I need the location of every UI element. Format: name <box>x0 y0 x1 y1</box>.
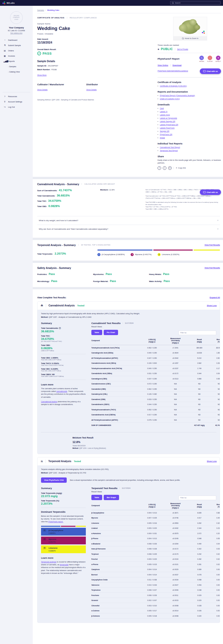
sample-id-value: 241234P007 <box>48 65 58 67</box>
chevron-down-icon: ∨ <box>217 219 218 221</box>
expand-all-link[interactable]: Expand All <box>210 296 220 299</box>
report-doc-link[interactable]: PhytoFacts Report (Chemometric Analysis) <box>160 94 195 97</box>
copy-link-button[interactable]: ⚭ Copy link <box>173 167 186 169</box>
search-input[interactable] <box>175 2 219 4</box>
result-view-button[interactable]: Table <box>91 330 102 335</box>
result-view-button[interactable]: Pie Chart <box>104 330 118 335</box>
download-item-link[interactable]: Labels Sample QR <box>160 120 175 123</box>
breadcrumb-samples-link[interactable]: Samples <box>37 9 44 11</box>
formula-text: Total THC/CBD is calculated using the fo… <box>145 201 220 210</box>
safety-summary-title: Safety Analysis - Summary <box>37 266 71 269</box>
download-item-link[interactable]: Sample QR <box>160 130 169 132</box>
individual-report-link[interactable]: Cannabinoid Test Report <box>160 146 180 148</box>
sidebar-item-label: Dashboard <box>8 39 17 41</box>
terpenoid-view-full-results-link[interactable]: View Full Results <box>204 244 220 246</box>
view-online-link[interactable]: View Online <box>158 64 168 66</box>
tab-certificate-of-analysis[interactable]: CERTIFICATE OF ANALYSIS <box>37 17 64 19</box>
table-row: Fenchol 0.009 / 0.029 ±0.0104 0.282 0.02… <box>91 557 216 562</box>
coa-link[interactable]: Certificate of Analysis (COA-001) <box>160 85 187 87</box>
table-row: Linalool 0.009 / 0.029 ±0.0432 2.344 0.2… <box>91 526 216 531</box>
download-item-link[interactable]: Labels Final Form <box>160 127 174 129</box>
faq-accordion-row[interactable]: Why are Sum of Cannabinoids and Total Ca… <box>37 225 220 233</box>
sidebar-item[interactable]: ↪ Log Out <box>0 104 33 110</box>
sc-labs-logo[interactable]: SCLabs <box>3 2 15 5</box>
cannabinoid-testing-link[interactable]: Cannabinoid testing <box>41 400 57 403</box>
sidebar-item[interactable]: ▂▅▇ Reports <box>0 59 33 64</box>
summary-stat: Total THC: 34.6759% <box>37 199 98 202</box>
formula-text: Total Cannabinoids = (Δ⁹-THC+0.877*THCa+… <box>145 195 220 199</box>
see-catalog-view-link[interactable]: See catalog view <box>0 32 33 34</box>
view-phytofacts-coa-button[interactable]: View PhytoFacts COA <box>41 477 67 483</box>
sample-type: Flower, Inhalable <box>37 33 153 35</box>
terpenoid-analysis-link[interactable]: Terpenoid analysis <box>41 561 56 563</box>
download-item-link[interactable]: Labels PhytoFacts QR <box>160 124 178 126</box>
download-item-link[interactable]: Labels % <box>160 110 167 113</box>
distributor-title: Distributor <box>86 83 135 86</box>
breadcrumb-current[interactable]: Wedding Cake <box>47 9 59 11</box>
sidebar-item-label: Resources <box>8 95 17 98</box>
download-link[interactable]: Download <box>170 64 181 66</box>
sidebar-item[interactable]: ▤ Orders <box>0 48 33 53</box>
result-view-button[interactable]: Table <box>91 495 102 500</box>
safety-summary-section: Safety Analysis - Summary View Full Resu… <box>37 263 221 284</box>
cannabinoid-panel-title: Cannabinoid Analysis <box>49 304 75 307</box>
download-item-link[interactable]: PhytoFacts QR <box>160 133 172 136</box>
pass-check-icon: ✓ <box>37 52 41 55</box>
distributor-show-details-link[interactable]: Show Details <box>86 89 97 91</box>
download-item-link[interactable]: Image <box>160 137 165 139</box>
table-row: Limonene 0.005 / 0.016 ±0.0553 3.262 0.3… <box>91 520 216 526</box>
download-item-link[interactable]: Labels mg/g <box>160 114 170 116</box>
global-search[interactable] <box>170 1 220 5</box>
cannabinoid-show-less-link[interactable]: Show Less <box>207 304 217 307</box>
dominant-terpenoid-block: 3Limonene 0.3262% <box>41 545 86 553</box>
download-item-link[interactable]: Labels w/ Terpenoids <box>160 117 177 119</box>
sidebar-item[interactable]: ⚲ Account Settings <box>0 99 33 104</box>
set-to-private-link[interactable]: Set to Private <box>175 48 188 50</box>
sidebar-item[interactable]: ? Resources <box>0 94 33 99</box>
table-row: Cannabigerol (CBG) 0.037 / 0.250 ±0.0113… <box>91 376 216 381</box>
share-social-icon[interactable]: t <box>163 166 166 170</box>
sc-labs-id: SC Labs ID: C123456 <box>0 30 33 31</box>
download-item-link[interactable]: Card <box>160 107 164 109</box>
upload-company-logo[interactable]: UPLOAD COMPANY LOGO <box>10 11 23 24</box>
report-doc-link[interactable]: Chain of Custody (COC) <box>160 98 180 100</box>
result-view-button[interactable]: Bar Graph <box>104 495 119 500</box>
sidebar-item[interactable]: ⚗ Submit Sample <box>0 43 33 48</box>
sidebar-item-label: Reports <box>8 60 15 62</box>
chat-with-us-button[interactable]: ··· Chat with us <box>200 189 221 195</box>
sidebar-subitem[interactable]: - Catalog View <box>0 69 33 74</box>
cannabinoids-link[interactable]: cannabinoids <box>56 390 67 392</box>
individual-report-link[interactable]: Terpenoid Test Report <box>160 149 178 152</box>
table-row: Cannabidivarinic Acid (CBDVa) 0.017 / 0.… <box>91 412 216 418</box>
hover-to-zoom-bar[interactable]: Hover to Zoom In <box>173 36 207 40</box>
tab-regulatory-compliance[interactable]: REGULATORY COMPLIANCE <box>67 17 97 19</box>
share-social-icon[interactable]: f <box>158 166 161 170</box>
show-more-link[interactable]: Show More <box>37 74 47 76</box>
moisture-label: Moisture: <box>100 189 109 191</box>
cultivator-show-details-link[interactable]: Show Details <box>37 89 48 91</box>
terpenoid-summary-column: Summary Total Terpenoids (mg/g): 22.073 … <box>41 487 86 619</box>
table-row: Valencene 0.010 / 0.033 ±0.0027 0.053 0.… <box>91 582 216 588</box>
terpenoids-link[interactable]: terpenoids <box>60 564 68 566</box>
phytofacts-caption: See a visual representation of this samp… <box>70 479 180 481</box>
overall-batch-result-value: PASS <box>43 52 52 55</box>
total-terpenoids-mg: 22.073 mg/g <box>41 495 86 498</box>
phytofacts-report-link[interactable]: PhytoFacts report. <box>48 520 63 523</box>
sidebar-item[interactable]: ◔ Dashboard <box>0 37 33 43</box>
chat-with-us-button[interactable]: ··· Chat with us <box>200 68 221 74</box>
dominant-terpenoid-block: 2Myrcene 0.4917% <box>41 537 86 544</box>
terpenoid-filter-input[interactable] <box>178 496 216 500</box>
share-social-icon[interactable]: ✉ <box>168 166 172 170</box>
faq-accordion-row[interactable]: What is dry weight, and how is it calcul… <box>37 216 220 225</box>
bar-segment <box>41 526 60 527</box>
certificate-of-analysis-title: Certificate of Analysis <box>158 81 221 84</box>
sidebar-item[interactable]: ▦ Invoices <box>0 53 33 59</box>
cannabinoid-filter-input[interactable] <box>178 331 216 335</box>
sample-photo[interactable]: Hover to Zoom In <box>173 17 207 41</box>
phytofacts-guidance-link[interactable]: PhytoFacts trademark/labeling guidance <box>158 70 188 72</box>
terpenoid-method: QSP 1192 - Analysis of Terpenoids by GC-… <box>49 472 86 474</box>
terpenoid-table: Compound LOD/LOQ (mg/g) ⓘ Measurement Un… <box>91 503 216 619</box>
terpenoid-show-less-link[interactable]: Show Less <box>207 460 217 462</box>
safety-view-full-results-link[interactable]: View Full Results <box>204 267 220 269</box>
sidebar-subitem[interactable]: - Samples <box>0 64 33 69</box>
